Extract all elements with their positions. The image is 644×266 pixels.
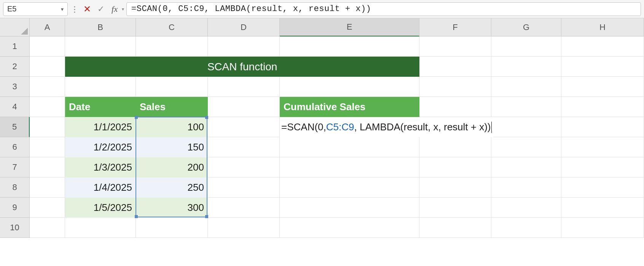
cell-G2[interactable]: [491, 57, 561, 77]
row-header-8[interactable]: 8: [0, 177, 30, 198]
cell-G1[interactable]: [491, 36, 561, 57]
cell-F4[interactable]: [419, 97, 491, 117]
cell-date-9[interactable]: 1/5/2025: [65, 198, 136, 218]
table-header-sales: Sales: [136, 97, 208, 117]
cell-sales-9[interactable]: 300: [136, 198, 208, 218]
cell-D6[interactable]: [208, 137, 280, 157]
cell-F8[interactable]: [419, 177, 491, 198]
cell-F3[interactable]: [419, 77, 491, 97]
cell-H1[interactable]: [561, 36, 644, 57]
row-header-3[interactable]: 3: [0, 77, 30, 97]
cell-H3[interactable]: [561, 77, 644, 97]
cell-G5[interactable]: [491, 117, 561, 137]
cell-sales-6[interactable]: 150: [136, 137, 208, 157]
cell-H9[interactable]: [561, 198, 644, 218]
cell-E10[interactable]: [280, 218, 419, 238]
cell-F6[interactable]: [419, 137, 491, 157]
cell-H2[interactable]: [561, 57, 644, 77]
row-header-2[interactable]: 2: [0, 57, 30, 77]
column-header-H[interactable]: H: [561, 18, 644, 36]
cell-A1[interactable]: [30, 36, 65, 57]
chevron-down-icon[interactable]: ▾: [122, 6, 124, 12]
cell-F10[interactable]: [419, 218, 491, 238]
cell-A6[interactable]: [30, 137, 65, 157]
cell-D4[interactable]: [208, 97, 280, 117]
cell-H4[interactable]: [561, 97, 644, 117]
cell-D1[interactable]: [208, 36, 280, 57]
cell-B3[interactable]: [65, 77, 136, 97]
fx-icon[interactable]: fx: [109, 3, 120, 15]
column-header-E[interactable]: E: [280, 18, 419, 36]
cell-H8[interactable]: [561, 177, 644, 198]
row-header-7[interactable]: 7: [0, 157, 30, 177]
cell-date-6[interactable]: 1/2/2025: [65, 137, 136, 157]
cell-C10[interactable]: [136, 218, 208, 238]
cell-E8[interactable]: [280, 177, 419, 198]
row-header-10[interactable]: 10: [0, 218, 30, 238]
cell-G3[interactable]: [491, 77, 561, 97]
cell-E1[interactable]: [280, 36, 419, 57]
column-header-F[interactable]: F: [419, 18, 491, 36]
cell-A4[interactable]: [30, 97, 65, 117]
cell-F7[interactable]: [419, 157, 491, 177]
column-header-D[interactable]: D: [208, 18, 280, 36]
table-header-date: Date: [65, 97, 136, 117]
cell-G7[interactable]: [491, 157, 561, 177]
cell-sales-7[interactable]: 200: [136, 157, 208, 177]
formula-input[interactable]: =SCAN(0, C5:C9, LAMBDA(result, x, result…: [126, 2, 641, 16]
select-all-corner[interactable]: [0, 18, 30, 36]
row-header-5[interactable]: 5: [0, 117, 30, 137]
cell-E6[interactable]: [280, 137, 419, 157]
cell-F1[interactable]: [419, 36, 491, 57]
column-header-C[interactable]: C: [136, 18, 208, 36]
row-header-1[interactable]: 1: [0, 36, 30, 57]
cell-E9[interactable]: [280, 198, 419, 218]
cell-A8[interactable]: [30, 177, 65, 198]
cell-A5[interactable]: [30, 117, 65, 137]
name-box[interactable]: E5 ▾: [3, 2, 68, 16]
cell-sales-8[interactable]: 250: [136, 177, 208, 198]
cell-A3[interactable]: [30, 77, 65, 97]
cell-G8[interactable]: [491, 177, 561, 198]
cell-G4[interactable]: [491, 97, 561, 117]
cell-D3[interactable]: [208, 77, 280, 97]
cell-H5[interactable]: [561, 117, 644, 137]
cell-G6[interactable]: [491, 137, 561, 157]
cancel-icon[interactable]: ✕: [81, 3, 93, 15]
cell-D9[interactable]: [208, 198, 280, 218]
cell-D7[interactable]: [208, 157, 280, 177]
chevron-down-icon[interactable]: ▾: [61, 6, 64, 12]
cell-sales-5[interactable]: 100: [136, 117, 208, 137]
enter-icon[interactable]: ✓: [95, 3, 107, 15]
cell-A9[interactable]: [30, 198, 65, 218]
column-header-G[interactable]: G: [491, 18, 561, 36]
cell-G9[interactable]: [491, 198, 561, 218]
cell-B1[interactable]: [65, 36, 136, 57]
row-header-4[interactable]: 4: [0, 97, 30, 117]
cell-F9[interactable]: [419, 198, 491, 218]
cell-E3[interactable]: [280, 77, 419, 97]
row-header-6[interactable]: 6: [0, 137, 30, 157]
cell-date-7[interactable]: 1/3/2025: [65, 157, 136, 177]
row-header-9[interactable]: 9: [0, 198, 30, 218]
cell-date-5[interactable]: 1/1/2025: [65, 117, 136, 137]
cell-D10[interactable]: [208, 218, 280, 238]
cell-F2[interactable]: [419, 57, 491, 77]
formula-editing-cell[interactable]: =SCAN(0, C5:C9, LAMBDA(result, x, result…: [280, 117, 493, 137]
cell-E7[interactable]: [280, 157, 419, 177]
column-header-B[interactable]: B: [65, 18, 136, 36]
cell-H10[interactable]: [561, 218, 644, 238]
cell-A7[interactable]: [30, 157, 65, 177]
cell-A2[interactable]: [30, 57, 65, 77]
cell-H6[interactable]: [561, 137, 644, 157]
cell-C3[interactable]: [136, 77, 208, 97]
cell-G10[interactable]: [491, 218, 561, 238]
column-header-A[interactable]: A: [30, 18, 65, 36]
cell-C1[interactable]: [136, 36, 208, 57]
cell-date-8[interactable]: 1/4/2025: [65, 177, 136, 198]
cell-H7[interactable]: [561, 157, 644, 177]
cell-B10[interactable]: [65, 218, 136, 238]
cell-D5[interactable]: [208, 117, 280, 137]
cell-A10[interactable]: [30, 218, 65, 238]
cell-D8[interactable]: [208, 177, 280, 198]
